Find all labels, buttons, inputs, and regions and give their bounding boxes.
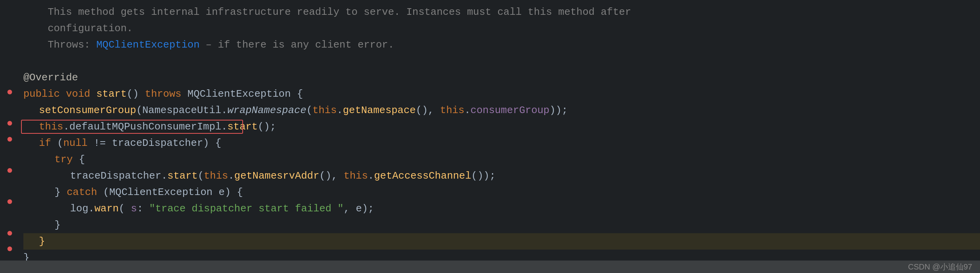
code-area: This method gets internal infrastructure… — [0, 0, 980, 261]
doc-throws-link: MQClientException — [96, 37, 199, 53]
gutter-line-7 — [6, 100, 13, 115]
gutter-line-3 — [6, 37, 13, 53]
svg-point-5 — [7, 231, 12, 236]
warn-close: , e); — [344, 200, 374, 217]
try-keyword: try — [55, 151, 79, 168]
gutter — [0, 4, 19, 257]
gutter-line-10 — [6, 147, 13, 163]
if-keyword: if — [39, 135, 57, 151]
get-ns-parens: (), — [416, 102, 440, 119]
warn-string: "trace dispatcher start failed " — [149, 200, 344, 217]
throws-keyword: throws — [145, 86, 187, 102]
gutter-breakpoint-9[interactable] — [6, 131, 13, 147]
dot-get-access: . — [368, 168, 374, 184]
gutter-line-1 — [6, 6, 13, 21]
log-warn-call: log. — [70, 200, 94, 217]
close-catch: } — [55, 217, 61, 233]
access-close: ()); — [471, 168, 495, 184]
catch-exception: MQClientException — [109, 184, 219, 200]
code-line-1: This method gets internal infrastructure… — [23, 4, 980, 20]
this-kw-2: this — [440, 102, 464, 119]
gutter-breakpoint-6[interactable] — [6, 84, 13, 100]
dot-default: . — [63, 119, 69, 135]
doc-comment-text-1: This method gets internal infrastructure… — [23, 4, 631, 20]
code-line-3: Throws: MQClientException – if there is … — [23, 37, 980, 53]
code-line-4 — [23, 53, 980, 69]
wrap-ns-open: ( — [307, 102, 313, 119]
dot-get-names: . — [228, 168, 234, 184]
code-line-2: configuration. — [23, 20, 980, 37]
gutter-breakpoint-11[interactable] — [6, 163, 13, 178]
close-method-brace: } — [23, 250, 30, 261]
svg-point-6 — [7, 246, 12, 251]
code-line-11: traceDispatcher.start(this.getNamesrvAdd… — [23, 168, 980, 184]
trace-disp-call: traceDispatcher. — [70, 168, 167, 184]
code-editor: This method gets internal infrastructure… — [0, 0, 980, 273]
doc-throws-text: Throws: — [23, 37, 96, 53]
svg-point-0 — [7, 90, 12, 94]
throws-exception: MQClientException { — [187, 86, 303, 102]
get-access-channel: getAccessChannel — [374, 168, 471, 184]
neq: != — [93, 135, 112, 151]
code-line-7: setConsumerGroup(NamespaceUtil.wrapNames… — [23, 102, 980, 119]
code-line-5: @Override — [23, 69, 980, 86]
svg-point-4 — [7, 199, 12, 204]
attribution-text: CSDN @小追仙97 — [908, 262, 972, 272]
try-open: { — [79, 151, 85, 168]
set-consumer-method: setConsumerGroup — [39, 102, 136, 119]
code-content: This method gets internal infrastructure… — [19, 4, 980, 257]
null-keyword: null — [63, 135, 93, 151]
code-line-16: } — [23, 250, 980, 261]
catch-keyword: catch — [67, 184, 103, 200]
code-line-12: } catch (MQClientException e) { — [23, 184, 980, 200]
override-annotation: @Override — [23, 69, 78, 86]
status-bar: CSDN @小追仙97 — [0, 261, 980, 273]
gutter-line-12 — [6, 178, 13, 194]
wrap-namespace-method: wrapNamespace — [227, 102, 307, 119]
trace-start-method: start — [167, 168, 198, 184]
get-namesrv: getNamesrvAddr — [234, 168, 319, 184]
default-impl-field: defaultMQPushConsumerImpl. — [69, 119, 227, 135]
trace-start-args: ( — [198, 168, 204, 184]
gutter-line-4 — [6, 53, 13, 69]
gutter-breakpoint-13[interactable] — [6, 194, 13, 209]
catch-var: e) { — [219, 184, 243, 200]
code-line-13: log.warn( s: "trace dispatcher start fai… — [23, 200, 980, 217]
start-parens: () — [127, 86, 145, 102]
gutter-breakpoint-15[interactable] — [6, 225, 13, 241]
warn-method: warn — [94, 200, 118, 217]
get-namespace: getNamespace — [343, 102, 416, 119]
doc-throws-rest: – if there is any client error. — [199, 37, 394, 53]
warn-param-s: s — [131, 200, 137, 217]
gutter-breakpoint-16[interactable] — [6, 241, 13, 257]
this-kw-5: this — [344, 168, 368, 184]
dot-get-ns: . — [337, 102, 343, 119]
dot-consumer: . — [464, 102, 471, 119]
doc-comment-text-2: configuration. — [23, 20, 133, 37]
consumer-group-field: consumerGroup — [471, 102, 550, 119]
start-method-2: start — [227, 119, 258, 135]
code-line-14: } — [23, 217, 980, 233]
this-kw-4: this — [204, 168, 228, 184]
gutter-line-14 — [6, 209, 13, 225]
warn-open: ( — [119, 200, 131, 217]
gutter-breakpoint-8[interactable] — [6, 115, 13, 131]
close-parens-set: )); — [550, 102, 568, 119]
svg-point-1 — [7, 121, 12, 126]
void-keyword: void — [66, 86, 96, 102]
gutter-line-5 — [6, 69, 13, 84]
code-line-9: if (null != traceDispatcher) { — [23, 135, 980, 151]
close-if-brace: } — [39, 233, 45, 250]
catch-open: ( — [103, 184, 109, 200]
code-line-6: public void start() throws MQClientExcep… — [23, 86, 980, 102]
set-consumer-open: ( — [136, 102, 143, 119]
trace-dispatcher-var: traceDispatcher) { — [112, 135, 221, 151]
svg-point-2 — [7, 137, 12, 142]
code-line-8: this.defaultMQPushConsumerImpl.start(); — [23, 119, 980, 135]
code-line-10: try { — [23, 151, 980, 168]
this-kw-1: this — [312, 102, 337, 119]
start-method: start — [96, 86, 127, 102]
start-call: (); — [258, 119, 276, 135]
gutter-line-2 — [6, 21, 13, 37]
code-line-15: } — [23, 233, 980, 250]
